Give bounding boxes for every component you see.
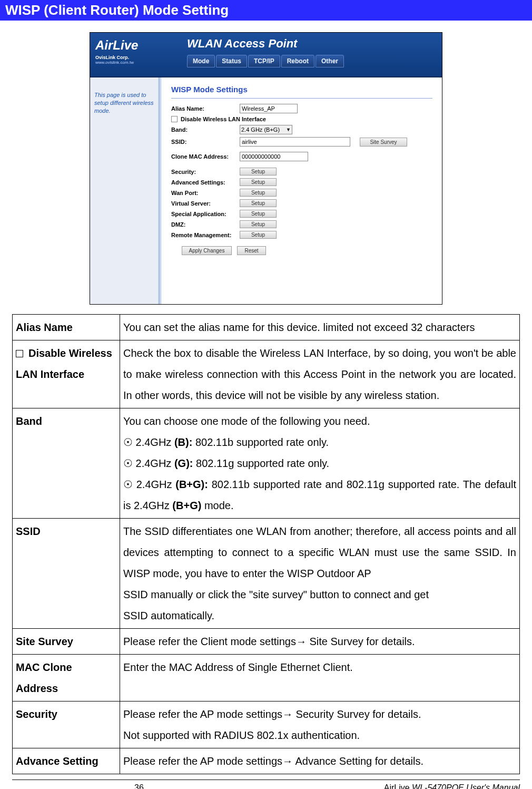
ap-sidebar-text: This page is used to setup different wir… [90,77,159,304]
tab-reboot[interactable]: Reboot [281,55,314,67]
row-ssid-label: SSID [13,519,120,629]
adv-label: Advanced Settings: [171,179,240,186]
ap-screenshot: AirLive OvisLink Corp. www.ovislink.com.… [90,32,442,305]
brand-name: AirLive [95,39,174,52]
table-row: Disable Wireless LAN Interface Check the… [13,340,520,408]
security-label: Security: [171,169,240,175]
row-advance-desc: Please refer the AP mode settings→ Advan… [120,748,520,774]
row-alias-desc: You can set the alias name for this devi… [120,315,520,340]
rm-label: Remote Management: [171,232,240,238]
table-row: Band You can choose one mode of the foll… [13,408,520,519]
table-row: Security Please refer the AP mode settin… [13,702,520,748]
row-band-desc: You can choose one mode of the following… [120,408,520,519]
row-mac-label: MAC Clone Address [13,655,120,702]
ssid-label: SSID: [171,139,240,145]
table-row: Site Survey Please refer the Client mode… [13,629,520,655]
ap-section-title: WISP Mode Settings [171,85,432,94]
row-alias-label: Alias Name [13,315,120,340]
dmz-label: DMZ: [171,221,240,228]
reset-button[interactable]: Reset [237,246,266,255]
tab-tcpip[interactable]: TCP/IP [248,55,280,67]
disable-wlan-checkbox[interactable] [171,116,178,122]
row-band-label: Band [13,408,120,519]
ap-tabs: Mode Status TCP/IP Reboot Other [187,55,435,67]
row-security-desc: Please refer the AP mode settings→ Secur… [120,702,520,748]
clone-mac-input[interactable] [240,152,308,161]
description-table: Alias Name You can set the alias name fo… [12,314,520,774]
apply-changes-button[interactable]: Apply Changes [182,246,232,255]
table-row: MAC Clone Address Enter the MAC Address … [13,655,520,702]
table-row: Advance Setting Please refer the AP mode… [13,748,520,774]
ssid-input[interactable] [240,137,350,147]
adv-setup-button[interactable]: Setup [240,178,277,186]
vs-label: Virtual Server: [171,200,240,207]
page-number: 36 [12,783,266,789]
band-label: Band: [171,126,240,133]
wan-label: Wan Port: [171,190,240,196]
chevron-down-icon: ▼ [286,127,291,132]
clone-mac-label: Clone MAC Address: [171,153,240,160]
sa-label: Special Application: [171,211,240,217]
row-disable-desc: Check the box to disable the Wireless LA… [120,340,520,408]
row-advance-label: Advance Setting [13,748,120,774]
row-sitesurvey-label: Site Survey [13,629,120,655]
ap-header-title: WLAN Access Point [187,37,435,51]
rm-setup-button[interactable]: Setup [240,231,277,239]
security-setup-button[interactable]: Setup [240,168,277,176]
dmz-setup-button[interactable]: Setup [240,220,277,228]
page-footer: 36 AirLive WL-5470POE User's Manual [12,780,520,789]
vs-setup-button[interactable]: Setup [240,199,277,207]
checkbox-icon [16,350,23,357]
alias-input[interactable] [240,104,298,113]
brand-url: www.ovislink.com.tw [95,60,174,65]
site-survey-button[interactable]: Site Survey [360,138,407,147]
band-value: 2.4 GHz (B+G) [241,126,280,133]
tab-mode[interactable]: Mode [187,55,215,67]
wan-setup-button[interactable]: Setup [240,189,277,197]
row-ssid-desc: The SSID differentiates one WLAN from an… [120,519,520,629]
table-row: Alias Name You can set the alias name fo… [13,315,520,340]
section-title: WISP (Client Router) Mode Setting [0,0,532,21]
tab-other[interactable]: Other [316,55,344,67]
brand-corp: OvisLink Corp. [95,55,174,60]
row-security-label: Security [13,702,120,748]
band-select[interactable]: 2.4 GHz (B+G) ▼ [240,125,292,134]
ap-logo: AirLive OvisLink Corp. www.ovislink.com.… [90,33,180,76]
sa-setup-button[interactable]: Setup [240,210,277,218]
disable-wlan-label: Disable Wireless LAN Interface [181,116,266,122]
table-row: SSID The SSID differentiates one WLAN fr… [13,519,520,629]
row-sitesurvey-desc: Please refer the Client mode settings→ S… [120,629,520,655]
row-mac-desc: Enter the MAC Address of Single Ethernet… [120,655,520,702]
tab-status[interactable]: Status [216,55,247,67]
footer-right: AirLive WL-5470POE User's Manual [266,783,520,789]
alias-label: Alias Name: [171,105,240,112]
row-disable-label: Disable Wireless LAN Interface [13,340,120,408]
